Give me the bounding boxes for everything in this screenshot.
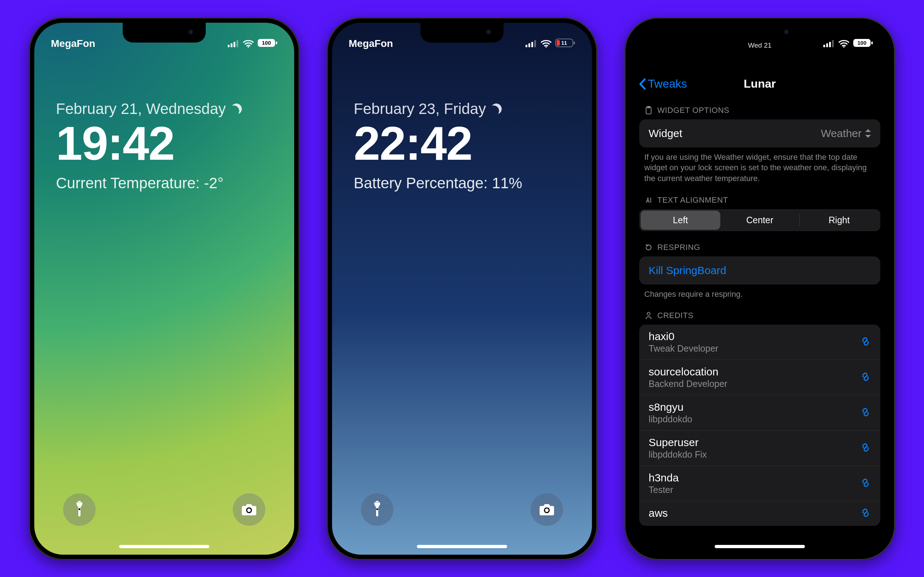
battery-icon: 100 xyxy=(853,39,873,49)
battery-icon-low: 11 xyxy=(555,39,575,49)
home-indicator[interactable] xyxy=(715,545,805,548)
camera-button[interactable] xyxy=(531,493,563,526)
credit-role: Backend Developer xyxy=(649,379,727,389)
link-icon xyxy=(860,336,871,348)
lockscreen-content: February 23, Friday 22:42 Battery Percen… xyxy=(354,100,570,192)
person-icon xyxy=(644,311,653,319)
flashlight-button[interactable] xyxy=(361,493,393,526)
svg-rect-12 xyxy=(525,45,527,47)
kill-springboard-button[interactable]: Kill SpringBoard xyxy=(639,256,880,285)
wifi-icon xyxy=(243,40,254,48)
link-icon xyxy=(860,508,871,520)
svg-rect-0 xyxy=(228,45,229,47)
svg-point-16 xyxy=(545,46,547,48)
credit-row[interactable]: h3ndaTester xyxy=(639,466,880,501)
svg-rect-1 xyxy=(231,43,233,47)
page-title: Lunar xyxy=(744,77,776,90)
credit-row[interactable]: haxi0Tweak Developer xyxy=(639,324,880,359)
lockscreen-time: 22:42 xyxy=(354,120,570,167)
back-button[interactable]: Tweaks xyxy=(638,77,687,90)
svg-point-11 xyxy=(247,508,251,512)
svg-point-22 xyxy=(376,508,378,510)
credit-name: s8ngyu xyxy=(649,401,692,413)
navigation-bar: Tweaks Lunar xyxy=(630,69,890,98)
section-header-text-alignment: TEXT ALIGNMENT xyxy=(639,184,880,209)
svg-rect-2 xyxy=(234,42,235,47)
text-format-icon xyxy=(644,196,653,204)
lockscreen-time: 19:42 xyxy=(56,120,273,167)
link-icon xyxy=(860,442,871,455)
widget-picker-cell[interactable]: Widget Weather xyxy=(639,119,880,148)
phone-mockup-settings: 19:44 Wed 21 100 Tweaks Lunar xyxy=(624,17,895,560)
svg-rect-7 xyxy=(276,42,277,44)
wifi-icon xyxy=(541,40,551,48)
carrier-label: MegaFon xyxy=(349,38,393,49)
section-header-widget-options: WIDGET OPTIONS xyxy=(639,102,880,119)
credit-name: aws xyxy=(649,507,668,519)
link-icon xyxy=(860,407,871,419)
device-notch xyxy=(123,23,206,43)
svg-rect-8 xyxy=(78,501,81,502)
credit-row[interactable]: aws xyxy=(639,501,880,526)
svg-rect-26 xyxy=(826,43,828,47)
battery-icon: 100 xyxy=(257,39,278,49)
svg-point-24 xyxy=(545,508,549,512)
lockscreen-date: February 23, Friday xyxy=(354,100,570,118)
chevron-left-icon xyxy=(638,78,646,90)
credit-role: Tester xyxy=(649,485,678,495)
svg-rect-18 xyxy=(557,40,560,46)
camera-button[interactable] xyxy=(233,493,265,526)
svg-point-9 xyxy=(79,508,81,510)
home-indicator[interactable] xyxy=(119,545,209,548)
lockscreen-widget-text: Current Temperature: -2° xyxy=(56,174,273,192)
credit-row[interactable]: Superuserlibpddokdo Fix xyxy=(639,430,880,466)
alignment-segmented-control[interactable]: Left Center Right xyxy=(639,209,880,231)
credit-name: haxi0 xyxy=(649,330,718,343)
svg-rect-20 xyxy=(573,42,575,44)
credit-row[interactable]: s8ngyulibpddokdo xyxy=(639,395,880,430)
svg-rect-15 xyxy=(534,40,536,47)
phone-mockup-lockscreen-battery: MegaFon 11 February 23, Friday 22:42 Bat… xyxy=(327,17,597,560)
settings-content[interactable]: WIDGET OPTIONS Widget Weather If you are… xyxy=(630,102,890,554)
svg-rect-35 xyxy=(650,198,651,203)
lockscreen-widget-text: Battery Percentage: 11% xyxy=(354,174,570,192)
svg-point-29 xyxy=(843,46,845,48)
svg-text:100: 100 xyxy=(857,40,866,46)
restart-icon xyxy=(644,243,653,251)
credit-role: libpddokdo xyxy=(649,414,692,424)
segment-left[interactable]: Left xyxy=(641,211,720,230)
section-header-credits: CREDITS xyxy=(639,299,880,324)
credit-name: h3nda xyxy=(649,472,678,484)
phone-mockup-lockscreen-weather: MegaFon 100 February 21, Wednesday 19:42… xyxy=(29,17,300,560)
svg-rect-14 xyxy=(531,42,533,47)
credit-name: sourcelocation xyxy=(649,366,727,378)
signal-icon xyxy=(823,40,835,47)
svg-text:11: 11 xyxy=(561,40,567,46)
svg-rect-25 xyxy=(823,45,825,47)
moon-icon xyxy=(231,103,242,114)
svg-rect-27 xyxy=(829,42,831,47)
credit-name: Superuser xyxy=(649,436,707,449)
signal-icon xyxy=(525,40,537,47)
wifi-icon xyxy=(838,40,849,48)
section-header-respring: RESPRING xyxy=(639,231,880,256)
flashlight-button[interactable] xyxy=(63,493,96,526)
svg-rect-21 xyxy=(376,501,379,502)
respring-footer-note: Changes require a respring. xyxy=(639,285,880,300)
segment-center[interactable]: Center xyxy=(720,211,800,230)
lockscreen-date: February 21, Wednesday xyxy=(56,100,273,118)
widget-footer-note: If you are using the Weather widget, ens… xyxy=(639,148,880,184)
lockscreen-content: February 21, Wednesday 19:42 Current Tem… xyxy=(56,100,273,192)
paste-icon xyxy=(644,106,653,115)
credit-row[interactable]: sourcelocationBackend Developer xyxy=(639,359,880,395)
svg-text:100: 100 xyxy=(262,40,271,46)
credit-role: Tweak Developer xyxy=(649,343,718,354)
svg-rect-13 xyxy=(528,43,530,47)
credit-role: libpddokdo Fix xyxy=(649,449,707,460)
device-notch xyxy=(420,23,504,43)
segment-right[interactable]: Right xyxy=(800,211,879,230)
link-icon xyxy=(860,477,871,490)
credits-list: haxi0Tweak Developer sourcelocationBacke… xyxy=(639,324,880,526)
home-indicator[interactable] xyxy=(417,545,507,548)
link-icon xyxy=(860,371,871,384)
